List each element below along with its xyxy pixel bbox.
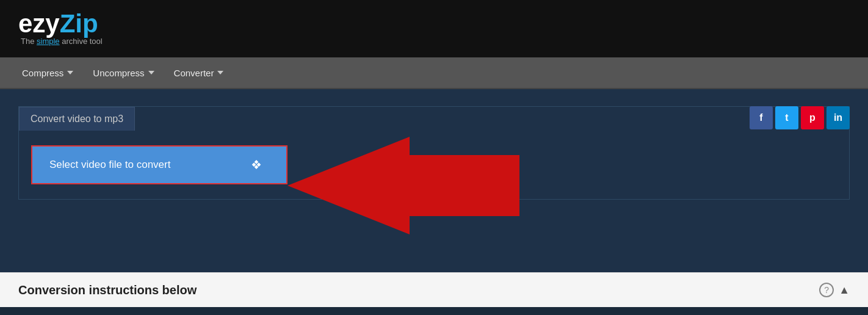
bottom-icons: ? ▲ xyxy=(819,283,850,297)
uncompress-caret-icon xyxy=(148,71,154,74)
logo-zip: Zip xyxy=(60,9,98,38)
facebook-icon: f xyxy=(759,112,762,123)
svg-marker-0 xyxy=(288,137,519,234)
logo-ezy: ezy xyxy=(18,9,60,38)
help-button[interactable]: ? xyxy=(819,283,834,297)
converter-caret-icon xyxy=(217,71,223,74)
logo-wrapper: ezyZip The simple archive tool xyxy=(18,11,103,49)
nav-uncompress-label: Uncompress xyxy=(93,68,144,78)
help-icon: ? xyxy=(824,285,829,295)
red-arrow-icon xyxy=(288,137,519,234)
instructions-title: Conversion instructions below xyxy=(18,283,197,297)
logo: ezyZip xyxy=(18,11,103,37)
twitter-icon: t xyxy=(785,112,788,123)
pinterest-icon: p xyxy=(809,112,816,123)
nav-compress-label: Compress xyxy=(22,68,63,78)
social-buttons: f t p in xyxy=(750,106,850,129)
converter-card: Convert video to mp3 Select video file t… xyxy=(18,106,850,200)
main-nav: Compress Uncompress Converter xyxy=(0,57,868,89)
header: ezyZip The simple archive tool xyxy=(0,0,868,57)
collapse-button[interactable]: ▲ xyxy=(839,284,850,297)
card-tab: Convert video to mp3 xyxy=(19,107,135,131)
logo-text: ezyZip xyxy=(18,9,98,38)
file-select-area: Select video file to convert ❖ xyxy=(19,131,849,199)
main-content: f t p in Convert video to mp3 Select vid… xyxy=(0,89,868,272)
nav-converter[interactable]: Converter xyxy=(164,57,234,88)
bottom-bar: Conversion instructions below ? ▲ xyxy=(0,272,868,307)
linkedin-button[interactable]: in xyxy=(826,106,850,129)
nav-compress[interactable]: Compress xyxy=(12,57,83,88)
linkedin-icon: in xyxy=(834,112,842,123)
file-select-button[interactable]: Select video file to convert ❖ xyxy=(31,145,288,184)
pinterest-button[interactable]: p xyxy=(801,106,824,129)
nav-uncompress[interactable]: Uncompress xyxy=(83,57,164,88)
card-tab-label: Convert video to mp3 xyxy=(31,114,123,124)
file-select-label: Select video file to convert xyxy=(49,159,170,171)
logo-tagline: The simple archive tool xyxy=(21,37,103,46)
arrow-indicator xyxy=(288,137,519,237)
facebook-button[interactable]: f xyxy=(750,106,773,129)
twitter-button[interactable]: t xyxy=(775,106,798,129)
tagline-simple: simple xyxy=(37,37,60,46)
compress-caret-icon xyxy=(67,71,73,74)
dropbox-icon: ❖ xyxy=(251,158,262,172)
nav-converter-label: Converter xyxy=(174,68,214,78)
